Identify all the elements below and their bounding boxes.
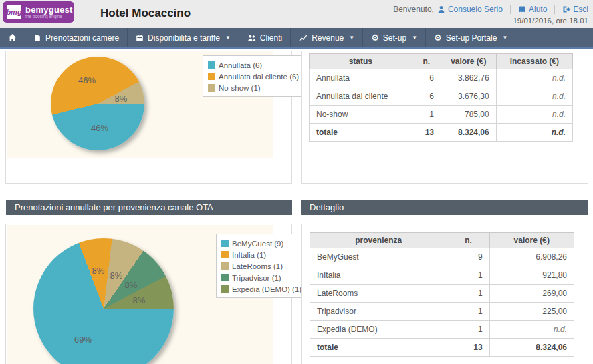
pie-slice-label: 8% — [110, 270, 123, 281]
table-row: LateRooms 1 269,00 — [310, 285, 574, 303]
legend-swatch — [208, 61, 215, 69]
table-row: InItalia 1 921,80 — [310, 266, 574, 285]
nav-revenue[interactable]: Revenue ▼ — [290, 28, 362, 47]
nav-setup-portale[interactable]: ⚙ Set-up Portale ▼ — [425, 28, 515, 47]
cell-status: Annullata — [310, 69, 412, 87]
cell-valore: 269,00 — [489, 285, 574, 303]
logo-name: bemyguest — [25, 5, 72, 14]
ota-chart-panel: 8% 8% 8% 8% 69% BeMyGuest (9) InItalia (… — [5, 224, 292, 364]
table-row: Expedia (DEMO) 1 n.d. — [310, 321, 574, 339]
divider — [510, 5, 511, 14]
status-pie-legend: Annullata (6) Annullata dal cliente (6) … — [203, 55, 305, 97]
legend-label: Annullata (6) — [219, 61, 262, 69]
cell-provenienza: Tripadvisor — [310, 303, 447, 321]
legend-label: Annullata dal cliente (6) — [219, 73, 299, 81]
nav-clienti[interactable]: Clienti — [239, 28, 290, 47]
cell-n: 9 — [447, 248, 489, 266]
nav-label: Set-up Portale — [446, 33, 497, 43]
table-row: Tripadvisor 1 225,00 — [310, 303, 574, 321]
table-header-row: status n. valore (€) incassato (€) — [310, 54, 573, 69]
cell-valore: 6.908,26 — [489, 248, 574, 266]
nav-home[interactable] — [0, 28, 25, 47]
booking-tag-icon — [33, 34, 41, 42]
cell-n: 6 — [412, 69, 441, 87]
table-row: Annullata 6 3.862,76 n.d. — [310, 69, 573, 87]
nav-setup[interactable]: ⚙ Set-up ▼ — [362, 28, 425, 47]
cell-valore: 3.676,30 — [441, 87, 496, 106]
datetime-label: 19/01/2016, ore 18.01 — [393, 17, 588, 25]
cell-provenienza: LateRooms — [310, 285, 447, 303]
cell-n: 1 — [447, 285, 489, 303]
cell-provenienza: Expedia (DEMO) — [310, 321, 447, 339]
legend-item: No-show (1) — [208, 82, 299, 94]
bemyguest-logo[interactable]: bmg bemyguest the booking engine — [3, 1, 74, 23]
legend-label: Tripadvisor (1) — [232, 274, 281, 282]
cell-valore: 921,80 — [489, 266, 574, 285]
legend-item: Tripadvisor (1) — [221, 272, 302, 283]
calendar-icon — [136, 34, 144, 42]
help-book-icon — [518, 5, 526, 13]
cell-total-n: 13 — [447, 339, 489, 357]
cell-status: Annullata dal cliente — [310, 87, 412, 106]
pie-slice-label: 46% — [78, 75, 96, 85]
table-row: BeMyGuest 9 6.908,26 — [310, 248, 574, 266]
status-table-panel: status n. valore (€) incassato (€) Annul… — [301, 51, 588, 184]
table-row: Annullata dal cliente 6 3.676,30 n.d. — [310, 87, 573, 106]
cell-valore: 785,00 — [441, 106, 496, 124]
users-icon — [247, 34, 256, 42]
cell-status: No-show — [310, 106, 412, 124]
nav-label: Prenotazioni camere — [45, 33, 119, 43]
legend-label: InItalia (1) — [232, 251, 266, 259]
col-header: valore (€) — [441, 54, 496, 69]
cell-total-label: totale — [310, 339, 447, 357]
logout-link[interactable]: Esci — [562, 5, 588, 14]
legend-swatch — [221, 274, 229, 281]
legend-item: Annullata dal cliente (6) — [208, 71, 299, 82]
col-header: n. — [412, 54, 441, 69]
ota-pie-chart — [33, 238, 174, 364]
revenue-chart-icon — [299, 34, 308, 42]
col-header: provenienza — [310, 233, 447, 248]
section-title-dettaglio: Dettaglio — [301, 200, 588, 215]
gear-icon: ⚙ — [434, 33, 442, 42]
status-table: status n. valore (€) incassato (€) Annul… — [309, 53, 573, 142]
cell-valore: 3.862,76 — [441, 69, 496, 87]
legend-item: Expedia (DEMO) (1) — [221, 283, 302, 295]
pie-slice-label: 8% — [133, 295, 146, 305]
home-icon — [8, 33, 17, 42]
section-title-ota: Prenotazioni annullate per provenienza c… — [6, 200, 292, 215]
cell-total-label: totale — [310, 124, 412, 142]
legend-swatch — [221, 251, 229, 258]
welcome-label: Benvenuto, — [393, 5, 434, 14]
logo-tagline: the booking engine — [25, 14, 72, 19]
user-icon — [437, 5, 445, 13]
cell-incassato: n.d. — [496, 87, 572, 106]
nav-label: Disponibilità e tariffe — [148, 33, 220, 43]
pie-slice-label: 69% — [74, 335, 92, 345]
header-user-area: Benvenuto, Consuelo Serio Aiuto Esci 19/… — [393, 5, 588, 25]
caret-down-icon: ▼ — [225, 35, 231, 41]
page: bmg bemyguest the booking engine Hotel M… — [0, 0, 593, 364]
table-total-row: totale 13 8.324,06 — [310, 339, 574, 357]
pie-slice-label: 8% — [92, 266, 105, 276]
table-total-row: totale 13 8.324,06 n.d. — [310, 124, 573, 142]
cell-n: 1 — [447, 266, 489, 285]
col-header: valore (€) — [489, 233, 574, 248]
cell-provenienza: InItalia — [310, 266, 447, 285]
help-link[interactable]: Aiuto — [518, 5, 547, 14]
legend-label: BeMyGuest (9) — [232, 240, 283, 248]
logout-label: Esci — [573, 5, 588, 14]
ota-detail-panel: provenienza n. valore (€) BeMyGuest 9 6.… — [301, 224, 588, 364]
cell-total-incassato: n.d. — [496, 124, 572, 142]
help-label: Aiuto — [529, 5, 547, 14]
nav-disponibilita-tariffe[interactable]: Disponibilità e tariffe ▼ — [127, 28, 239, 47]
legend-item: Annullata (6) — [208, 59, 299, 71]
caret-down-icon: ▼ — [349, 35, 354, 41]
nav-prenotazioni-camere[interactable]: Prenotazioni camere — [25, 28, 127, 47]
status-chart-panel: 46% 8% 46% Annullata (6) Annullata dal c… — [5, 51, 292, 184]
cell-total-n: 13 — [412, 124, 441, 142]
cell-n: 6 — [412, 87, 441, 106]
legend-item: BeMyGuest (9) — [221, 238, 302, 249]
col-header: incassato (€) — [496, 54, 572, 69]
user-link[interactable]: Consuelo Serio — [437, 5, 503, 14]
